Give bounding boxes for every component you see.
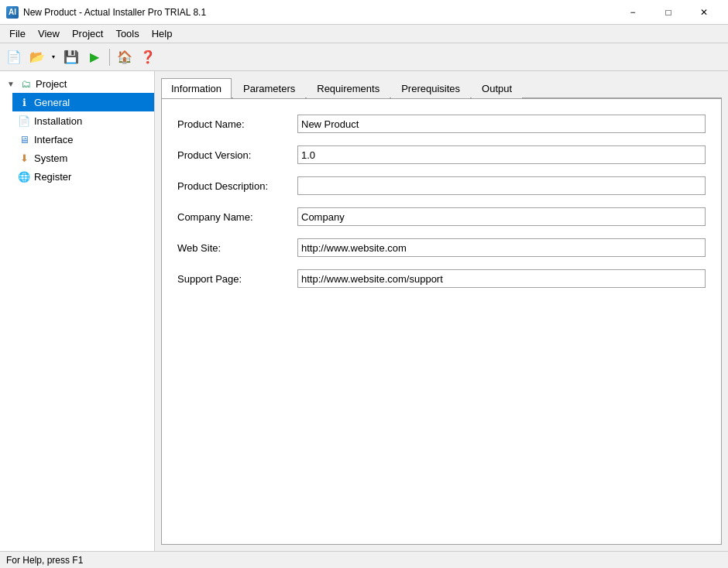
general-icon: ℹ bbox=[17, 95, 31, 109]
menu-view[interactable]: View bbox=[32, 26, 66, 41]
label-support-page: Support Page: bbox=[177, 273, 297, 285]
form-row-support-page: Support Page: bbox=[177, 269, 706, 288]
tabs-container: Information Parameters Requirements Prer… bbox=[161, 77, 722, 98]
new-button[interactable]: 📄 bbox=[3, 46, 25, 68]
menu-help[interactable]: Help bbox=[146, 26, 179, 41]
sidebar: ▼ 🗂 Project ℹ General 📄 Installation 🖥 I… bbox=[0, 71, 155, 551]
form-panel: Product Name: Product Version: Product D… bbox=[161, 98, 722, 545]
form-row-web-site: Web Site: bbox=[177, 238, 706, 257]
tab-parameters[interactable]: Parameters bbox=[233, 78, 305, 98]
form-row-product-description: Product Description: bbox=[177, 176, 706, 195]
run-button[interactable]: ▶ bbox=[84, 46, 105, 68]
sidebar-item-system[interactable]: ⬇ System bbox=[12, 149, 154, 167]
label-product-name: Product Name: bbox=[177, 118, 297, 130]
open-dropdown: 📂 ▾ bbox=[26, 46, 59, 68]
register-icon: 🌐 bbox=[17, 169, 31, 183]
toolbar: 📄 📂 ▾ 💾 ▶ 🏠 ❓ bbox=[0, 43, 728, 71]
menu-tools[interactable]: Tools bbox=[109, 26, 145, 41]
tree-root-project[interactable]: ▼ 🗂 Project bbox=[0, 74, 154, 93]
maximize-button[interactable]: □ bbox=[651, 0, 686, 25]
tree-children: ℹ General 📄 Installation 🖥 Interface ⬇ S… bbox=[0, 93, 154, 186]
toolbar-separator bbox=[109, 49, 110, 66]
menu-file[interactable]: File bbox=[3, 26, 32, 41]
form-row-product-name: Product Name: bbox=[177, 115, 706, 133]
app-icon: AI bbox=[6, 6, 19, 19]
tab-prerequisites[interactable]: Prerequisites bbox=[391, 78, 470, 98]
open-button[interactable]: 📂 bbox=[26, 46, 48, 68]
form-row-product-version: Product Version: bbox=[177, 145, 706, 164]
tab-requirements[interactable]: Requirements bbox=[307, 78, 390, 98]
main-content: ▼ 🗂 Project ℹ General 📄 Installation 🖥 I… bbox=[0, 71, 728, 551]
form-row-company-name: Company Name: bbox=[177, 207, 706, 226]
window-controls: − □ ✕ bbox=[615, 0, 722, 25]
menu-bar: File View Project Tools Help bbox=[0, 25, 728, 43]
sidebar-item-general[interactable]: ℹ General bbox=[12, 93, 154, 111]
installation-icon: 📄 bbox=[17, 114, 31, 128]
input-product-version[interactable] bbox=[297, 145, 706, 164]
sidebar-item-installation[interactable]: 📄 Installation bbox=[12, 111, 154, 130]
tab-information[interactable]: Information bbox=[161, 78, 232, 98]
input-product-description[interactable] bbox=[297, 176, 706, 195]
status-text: For Help, press F1 bbox=[6, 555, 83, 566]
label-product-description: Product Description: bbox=[177, 180, 297, 192]
help-button[interactable]: ❓ bbox=[137, 46, 159, 68]
input-company-name[interactable] bbox=[297, 207, 706, 226]
project-icon: 🗂 bbox=[19, 77, 33, 91]
sidebar-item-interface[interactable]: 🖥 Interface bbox=[12, 130, 154, 149]
save-button[interactable]: 💾 bbox=[60, 46, 82, 68]
menu-project[interactable]: Project bbox=[66, 26, 109, 41]
minimize-button[interactable]: − bbox=[615, 0, 651, 25]
input-support-page[interactable] bbox=[297, 269, 706, 288]
label-product-version: Product Version: bbox=[177, 149, 297, 161]
open-dropdown-arrow[interactable]: ▾ bbox=[48, 46, 59, 68]
sidebar-item-interface-label: Interface bbox=[34, 134, 74, 145]
input-web-site[interactable] bbox=[297, 238, 706, 257]
interface-icon: 🖥 bbox=[17, 132, 31, 146]
close-button[interactable]: ✕ bbox=[686, 0, 722, 25]
label-company-name: Company Name: bbox=[177, 211, 297, 223]
sidebar-item-general-label: General bbox=[34, 97, 70, 108]
tree-root-label: Project bbox=[36, 78, 67, 90]
title-bar: AI New Product - Actual Installer Pro TR… bbox=[0, 0, 728, 25]
system-icon: ⬇ bbox=[17, 151, 31, 165]
right-panel: Information Parameters Requirements Prer… bbox=[155, 71, 728, 551]
tree-expand-icon: ▼ bbox=[5, 77, 17, 90]
label-web-site: Web Site: bbox=[177, 242, 297, 254]
home-button[interactable]: 🏠 bbox=[114, 46, 136, 68]
sidebar-item-register-label: Register bbox=[34, 171, 71, 183]
tab-output[interactable]: Output bbox=[472, 78, 522, 98]
sidebar-item-system-label: System bbox=[34, 152, 67, 164]
window-title: New Product - Actual Installer Pro TRIAL… bbox=[23, 7, 206, 18]
sidebar-item-installation-label: Installation bbox=[34, 115, 82, 127]
status-bar: For Help, press F1 bbox=[0, 551, 728, 568]
sidebar-item-register[interactable]: 🌐 Register bbox=[12, 167, 154, 186]
input-product-name[interactable] bbox=[297, 115, 706, 133]
